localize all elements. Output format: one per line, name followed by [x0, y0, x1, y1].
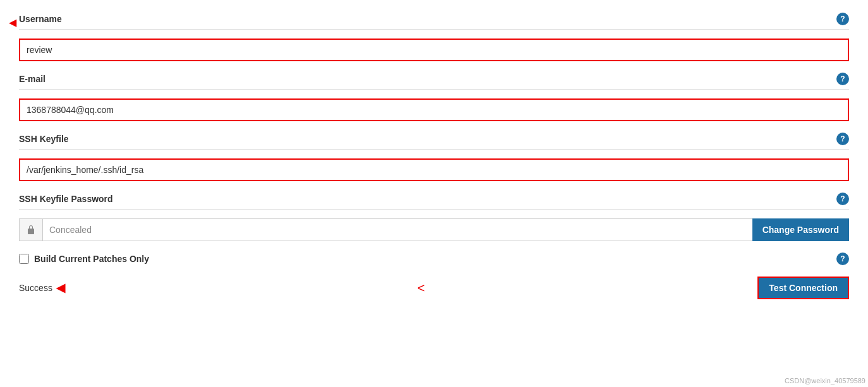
build-patches-row: Build Current Patches Only ?	[19, 253, 849, 265]
username-divider	[19, 29, 849, 30]
email-label: E-mail	[19, 74, 45, 84]
email-divider	[19, 89, 849, 90]
ssh-password-help-icon[interactable]: ?	[836, 193, 849, 205]
username-arrow-indicator: ◀	[9, 16, 16, 28]
email-input[interactable]: 1368788044@qq.com	[19, 98, 849, 121]
username-label-row: Username ?	[19, 13, 849, 25]
ssh-keyfile-divider	[19, 149, 849, 150]
ssh-keyfile-input[interactable]: /var/jenkins_home/.ssh/id_rsa	[19, 158, 849, 181]
lock-icon-wrap	[19, 218, 42, 241]
build-patches-help-icon[interactable]: ?	[836, 253, 849, 265]
password-row: Concealed Change Password	[19, 218, 849, 241]
username-help-icon[interactable]: ?	[836, 13, 849, 25]
bottom-section: Success ◀ < Test Connection	[19, 277, 849, 299]
bottom-center-arrow: <	[418, 281, 425, 295]
success-area: Success ◀	[19, 281, 65, 295]
email-help-icon[interactable]: ?	[836, 73, 849, 85]
test-connection-button[interactable]: Test Connection	[757, 277, 849, 299]
ssh-password-divider	[19, 209, 849, 210]
ssh-keyfile-help-icon[interactable]: ?	[836, 133, 849, 145]
success-text: Success	[19, 283, 52, 293]
success-arrow-icon: ◀	[56, 281, 65, 295]
ssh-keyfile-label: SSH Keyfile	[19, 134, 69, 144]
change-password-button[interactable]: Change Password	[752, 218, 849, 241]
concealed-password-input[interactable]: Concealed	[42, 218, 752, 241]
username-input[interactable]: review	[19, 39, 849, 61]
lock-icon	[26, 225, 36, 235]
ssh-keyfile-label-row: SSH Keyfile ?	[19, 133, 849, 145]
username-label: Username	[19, 14, 62, 24]
ssh-password-label: SSH Keyfile Password	[19, 194, 113, 204]
build-patches-label: Build Current Patches Only	[34, 254, 149, 264]
ssh-password-label-row: SSH Keyfile Password ?	[19, 193, 849, 205]
email-label-row: E-mail ?	[19, 73, 849, 85]
build-patches-checkbox[interactable]	[19, 254, 29, 264]
